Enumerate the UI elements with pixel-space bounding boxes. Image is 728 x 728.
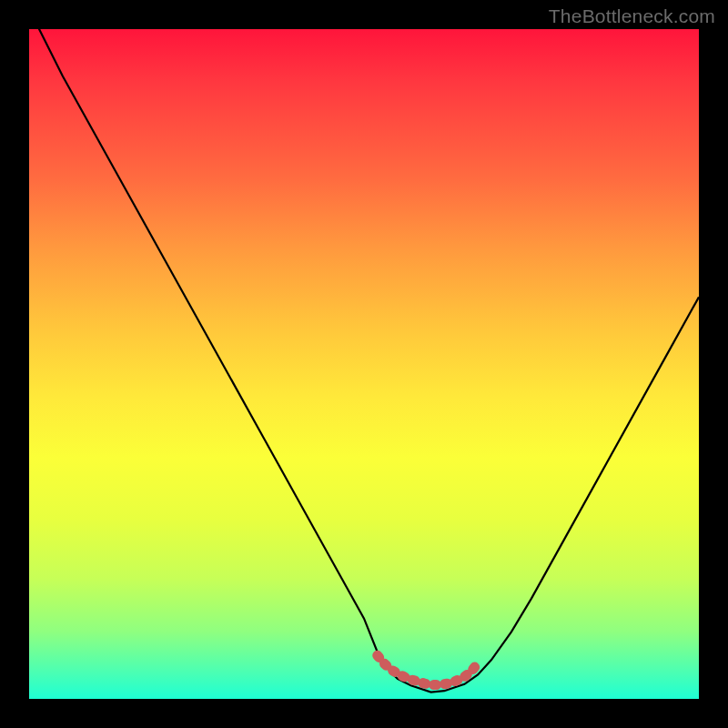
bottleneck-chart-svg	[29, 29, 699, 699]
chart-frame: TheBottleneck.com	[0, 0, 728, 728]
plot-area	[29, 29, 699, 699]
bottleneck-curve	[29, 29, 699, 693]
watermark-label: TheBottleneck.com	[549, 5, 715, 27]
optimal-band	[378, 655, 478, 684]
